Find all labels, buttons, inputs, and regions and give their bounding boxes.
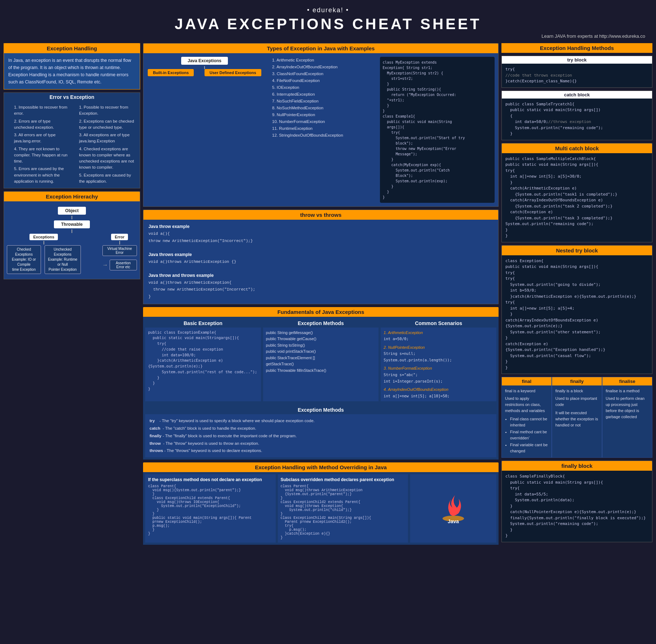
error-vs-exception-box: Error vs Exception 1. Impossible to reco… bbox=[4, 92, 140, 188]
exception-handling-title: Exception Handling bbox=[4, 44, 140, 53]
hier-connector bbox=[43, 241, 44, 245]
types-title: Types of Exception in Java with Examples bbox=[143, 44, 498, 53]
java-logo-overriding: Java bbox=[410, 474, 496, 543]
final-list: Final class cannot be inherited Final me… bbox=[505, 416, 548, 454]
hier-right-branch: Error Virtual Machine Error → Assertion … bbox=[102, 233, 137, 271]
java-throw-label: Java throw example bbox=[148, 223, 493, 230]
basic-exception-title: Basic Exception bbox=[145, 319, 261, 328]
java-both-code: void a()throws ArithmeticException{ thro… bbox=[148, 279, 493, 300]
java-throws-code: void a()throws ArithmeticException {} bbox=[148, 258, 493, 265]
exc-methods-wrapper: Exception Methods try - The "try" keywor… bbox=[143, 403, 499, 459]
finally-cell: finally finally is a block Used to place… bbox=[552, 377, 602, 458]
list-item: 5. IOException bbox=[272, 84, 376, 91]
list-item: 8. NoSuchMethodException bbox=[272, 105, 376, 111]
user-defined-code: class MyException extends Exception{ Str… bbox=[380, 57, 495, 203]
finally-cell-title: finally bbox=[552, 377, 602, 385]
exc-method-item: throw - The "throw" keyword is used to t… bbox=[150, 440, 492, 447]
hierarchy-body: Object Throwable Exceptions Checked Exce… bbox=[4, 201, 140, 279]
method-item: public StackTraceElement [] bbox=[266, 355, 376, 361]
page-title: JAVA EXCEPTIONS CHEAT SHEET bbox=[4, 15, 652, 33]
final-description: Used to apply restrictions on class, met… bbox=[505, 396, 548, 414]
scenario-item: 2. NullPointerExceptionString s=null;Sys… bbox=[384, 344, 494, 364]
finally-block-box: finally block class SampleFinallyBlock{ … bbox=[501, 461, 652, 542]
final-grid: final final is a keyword Used to apply r… bbox=[501, 377, 652, 458]
exc-method-item: finally - The "finally" block is used to… bbox=[150, 432, 492, 440]
hier-error-sub: Virtual Machine Error → Assertion Error … bbox=[102, 245, 137, 271]
final-cell-body: final is a keyword Used to apply restric… bbox=[502, 385, 551, 457]
errors-col: 1. Impossible to recover from error. 2. … bbox=[7, 104, 72, 185]
finally-description: Used to place important code bbox=[555, 396, 598, 408]
method-item: public Throwable fillInStackTrace() bbox=[266, 367, 376, 374]
exceptions-col: 1. Possible to recover from Exception. 2… bbox=[72, 104, 137, 185]
nested-try-code: class Exception{ public static void main… bbox=[502, 255, 652, 374]
java-throw-code: void a(){throw new ArithmeticException("… bbox=[148, 230, 493, 244]
types-tree-section: Java Exceptions Built-in Exceptions User… bbox=[147, 57, 262, 203]
hier-error: Error bbox=[111, 234, 128, 240]
fundamentals-box: Fundamentals of Java Exceptions Basic Ex… bbox=[143, 307, 499, 460]
common-scenarios-title: Common Scenarios bbox=[381, 319, 496, 328]
method-item: public Throwable getCause() bbox=[266, 336, 376, 342]
try-block-code: try{ //code that throws exception }catch… bbox=[502, 64, 652, 87]
error-vs-table: 1. Impossible to recover from error. 2. … bbox=[4, 101, 140, 188]
overriding-title: Exception Handling with Method Overridin… bbox=[143, 462, 499, 472]
list-item: 10. NumberFormatException bbox=[272, 118, 376, 125]
exception-handling-body: In Java, an exception is an event that d… bbox=[4, 53, 140, 89]
header: • edureka! • JAVA EXCEPTIONS CHEAT SHEET… bbox=[4, 4, 652, 40]
method-item: public String getMessage() bbox=[266, 330, 376, 336]
list-item: 7. NoSuchFieldException bbox=[272, 98, 376, 105]
list-item: 11. RuntimeException bbox=[272, 125, 376, 132]
list-item: 2. ArrayIndexOutOfBoundException bbox=[272, 64, 376, 70]
scenario-item: 1. ArithmeticExceptionint a=50/0; bbox=[384, 330, 494, 342]
scenario-item: 3. NumberFormatExceptionString s="abc";i… bbox=[384, 365, 494, 384]
hier-assertion: Assertion Error etc bbox=[110, 260, 137, 270]
multi-catch-code: public class SampleMultipleCatchBlock{ p… bbox=[502, 153, 652, 242]
final-cell-title: final bbox=[502, 377, 551, 385]
overriding-box: Exception Handling with Method Overridin… bbox=[143, 462, 499, 545]
exception-handling-box: Exception Handling In Java, an exception… bbox=[4, 43, 140, 90]
hier-exceptions: Exceptions bbox=[29, 234, 58, 240]
hier-connector bbox=[119, 241, 120, 245]
finalise-cell-body: finalise is a method Used to perform cle… bbox=[602, 385, 652, 423]
exc-method-item: try - The "try" keyword is used to speci… bbox=[150, 417, 492, 425]
multi-catch-box: Multi catch block public class SampleMul… bbox=[501, 143, 652, 242]
try-block-box: try block try{ //code that throws except… bbox=[501, 56, 652, 88]
hier-checked-branch: Checked ExceptionsExample: IO or Compile… bbox=[7, 245, 41, 275]
throw-body: Java throw example void a(){throw new Ar… bbox=[143, 220, 498, 304]
builtin-branch: Built-in Exceptions bbox=[148, 69, 194, 76]
method-item: getStackTrace() bbox=[266, 361, 376, 367]
hier-connector bbox=[72, 216, 72, 219]
throw-box: throw vs throws Java throw example void … bbox=[143, 210, 499, 304]
exc-methods-title: Exception Methods bbox=[145, 406, 496, 414]
list-item: Final method cant be overridden' bbox=[510, 429, 548, 441]
hier-exc-sub: Checked ExceptionsExample: IO or Compile… bbox=[7, 245, 81, 275]
hier-throwable: Throwable bbox=[54, 220, 90, 228]
exception-methods-section: Exception Methods public String getMessa… bbox=[263, 319, 379, 402]
java-both-label: Java throw and throws example bbox=[148, 272, 493, 279]
java-throws-label: Java throws example bbox=[148, 251, 493, 258]
hier-unchecked-branch: Unchecked ExceptionsExample: Runtime or … bbox=[45, 245, 81, 275]
hier-left-branch: Exceptions Checked ExceptionsExample: IO… bbox=[7, 233, 81, 275]
exc-methods-body: try - The "try" keyword is used to speci… bbox=[145, 414, 496, 457]
middle-column: Types of Exception in Java with Examples… bbox=[143, 43, 499, 545]
nested-try-title: Nested try block bbox=[502, 246, 652, 255]
list-item: 2. Errors are of type unchecked exceptio… bbox=[14, 118, 70, 131]
method-item: public void printStackTrace() bbox=[266, 348, 376, 355]
list-item: 4. FileNotFoundException bbox=[272, 77, 376, 84]
exception-methods-body: public String getMessage() public Throwa… bbox=[263, 328, 379, 376]
types-body: Java Exceptions Built-in Exceptions User… bbox=[143, 53, 498, 206]
list-item: 5. Errors are caused by the environment … bbox=[14, 166, 70, 184]
catch-block-code: public class SampleTrycatch1{ public sta… bbox=[502, 99, 652, 140]
catch-block-title: catch block bbox=[502, 91, 652, 99]
right-header-title: Exception Handling Methods bbox=[501, 43, 652, 53]
types-root: Java Exceptions bbox=[181, 57, 228, 65]
finalise-cell: finalise finalise is a method Used to pe… bbox=[602, 377, 652, 458]
finalise-cell-title: finalise bbox=[602, 377, 652, 385]
nested-try-box: Nested try block class Exception{ public… bbox=[501, 245, 652, 374]
list-item: 3. All errors are of type java.lang.erro… bbox=[14, 132, 70, 145]
multi-catch-title: Multi catch block bbox=[502, 143, 652, 153]
finally-block-label: finally is a block bbox=[555, 388, 598, 394]
svg-text:Java: Java bbox=[448, 519, 459, 524]
exception-list: 1. Arithmetic Exception 2. ArrayIndexOut… bbox=[266, 57, 376, 203]
java-logo-icon: Java bbox=[439, 492, 468, 525]
main-wrapper: • edureka! • JAVA EXCEPTIONS CHEAT SHEET… bbox=[0, 0, 656, 548]
